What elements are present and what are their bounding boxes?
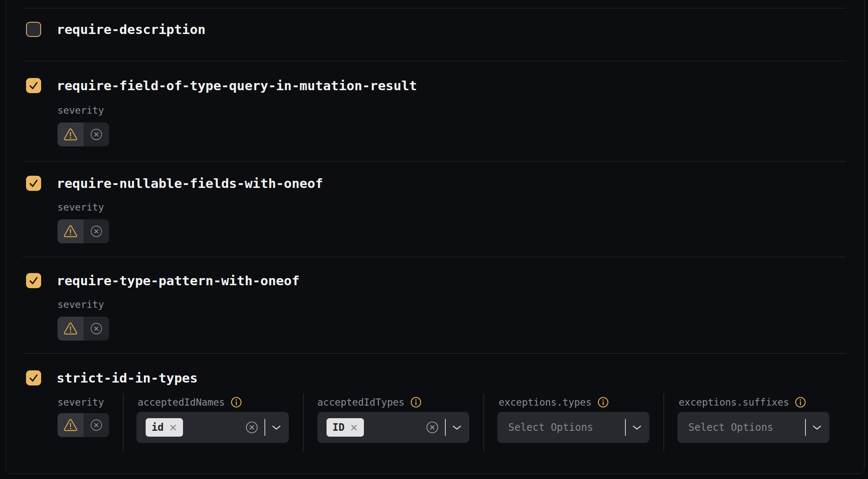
warning-triangle-icon xyxy=(63,225,78,238)
selected-tag: id xyxy=(146,418,183,437)
severity-off-segment[interactable] xyxy=(84,317,110,341)
select-divider xyxy=(264,419,265,436)
rule-checkbox[interactable] xyxy=(26,78,41,93)
row-divider xyxy=(23,61,846,61)
severity-toggle[interactable] xyxy=(58,317,109,341)
multiselect-exceptions-suffixes[interactable]: Select Options xyxy=(677,412,829,443)
option-column-divider xyxy=(123,393,123,451)
option-label: acceptedIdNames xyxy=(138,396,225,409)
check-icon xyxy=(28,80,39,91)
severity-warn-segment[interactable] xyxy=(58,413,84,437)
severity-off-segment[interactable] xyxy=(84,413,110,437)
row-divider xyxy=(23,257,846,257)
multiselect-acceptedIdTypes[interactable]: ID xyxy=(317,412,469,443)
option-column-acceptedIdNames: acceptedIdNames id xyxy=(136,396,289,443)
warning-triangle-icon xyxy=(63,322,78,335)
x-icon[interactable] xyxy=(350,424,358,432)
option-label: exceptions.types xyxy=(499,396,592,409)
row-divider xyxy=(23,161,846,161)
info-circle-icon[interactable] xyxy=(410,397,421,408)
row-divider xyxy=(23,8,846,8)
severity-toggle[interactable] xyxy=(58,413,109,437)
selected-tag: ID xyxy=(327,418,364,437)
rule-name: strict-id-in-types xyxy=(57,370,198,386)
info-circle-icon[interactable] xyxy=(795,397,806,408)
severity-warn-segment[interactable] xyxy=(58,122,84,146)
rule-checkbox[interactable] xyxy=(26,22,41,37)
check-icon xyxy=(28,372,39,383)
select-placeholder: Select Options xyxy=(507,422,593,433)
select-divider xyxy=(805,419,806,436)
option-column-severity: severity xyxy=(58,396,109,437)
x-icon[interactable] xyxy=(169,424,177,432)
circle-x-icon xyxy=(90,323,102,335)
multiselect-exceptions-types[interactable]: Select Options xyxy=(497,412,649,443)
circle-x-icon xyxy=(90,128,102,141)
severity-off-segment[interactable] xyxy=(84,122,110,146)
severity-label: severity xyxy=(58,104,104,117)
select-placeholder: Select Options xyxy=(687,422,773,433)
severity-toggle[interactable] xyxy=(58,219,109,243)
clear-selection-icon[interactable] xyxy=(246,421,258,434)
option-column-acceptedIdTypes: acceptedIdTypes ID xyxy=(317,396,469,443)
severity-label: severity xyxy=(58,298,104,311)
select-divider xyxy=(625,419,626,436)
rule-checkbox[interactable] xyxy=(26,176,41,191)
option-column-divider xyxy=(484,393,484,451)
rules-settings-panel: require-description require-field-of-typ… xyxy=(0,0,868,479)
circle-x-icon xyxy=(90,225,102,237)
rule-name: require-field-of-type-query-in-mutation-… xyxy=(57,77,417,94)
rule-checkbox[interactable] xyxy=(26,273,41,288)
severity-toggle[interactable] xyxy=(58,122,109,146)
chevron-down-icon[interactable] xyxy=(272,425,281,430)
severity-label: severity xyxy=(58,396,109,409)
rule-name: require-type-pattern-with-oneof xyxy=(57,272,300,289)
select-divider xyxy=(445,419,446,436)
severity-warn-segment[interactable] xyxy=(58,219,84,243)
check-icon xyxy=(28,275,39,286)
rule-name: require-description xyxy=(57,21,206,38)
check-icon xyxy=(28,178,39,189)
option-column-divider xyxy=(664,393,664,451)
severity-off-segment[interactable] xyxy=(84,219,110,243)
rule-checkbox[interactable] xyxy=(26,370,41,385)
circle-x-icon xyxy=(90,419,102,431)
severity-warn-segment[interactable] xyxy=(58,317,84,341)
info-circle-icon[interactable] xyxy=(598,397,609,408)
info-circle-icon[interactable] xyxy=(231,397,242,408)
warning-triangle-icon xyxy=(63,128,78,141)
severity-label: severity xyxy=(58,201,104,213)
rule-name: require-nullable-fields-with-oneof xyxy=(57,175,323,192)
option-label: exceptions.suffixes xyxy=(679,396,789,409)
chevron-down-icon[interactable] xyxy=(812,425,822,430)
chevron-down-icon[interactable] xyxy=(452,425,462,430)
option-column-divider xyxy=(303,393,303,451)
multiselect-acceptedIdNames[interactable]: id xyxy=(136,412,289,443)
row-divider xyxy=(23,353,846,354)
warning-triangle-icon xyxy=(63,419,78,432)
option-column-exceptions-suffixes: exceptions.suffixes Select Options xyxy=(677,396,829,443)
option-label: acceptedIdTypes xyxy=(317,396,405,409)
chevron-down-icon[interactable] xyxy=(632,425,642,430)
clear-selection-icon[interactable] xyxy=(426,421,439,434)
option-column-exceptions-types: exceptions.types Select Options xyxy=(497,396,649,443)
